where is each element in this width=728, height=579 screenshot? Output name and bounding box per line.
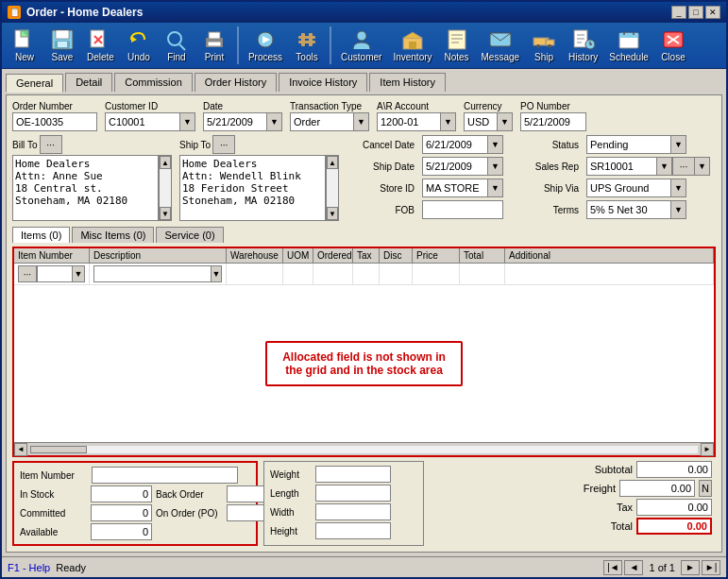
- width-input[interactable]: [315, 503, 391, 520]
- ship-to-scroll-up[interactable]: ▲: [327, 156, 338, 169]
- schedule-button[interactable]: Schedule: [605, 26, 652, 64]
- tab-invoice-history[interactable]: Invoice History: [279, 73, 367, 92]
- bill-to-textarea[interactable]: Home Dealers Attn: Anne Sue 18 Central s…: [12, 155, 159, 221]
- ar-account-group: A\R Account ▼: [377, 101, 456, 131]
- total-input[interactable]: [636, 518, 712, 535]
- ship-date-arrow[interactable]: ▼: [488, 157, 503, 176]
- help-link[interactable]: F1 - Help: [8, 562, 50, 573]
- fob-input[interactable]: [422, 200, 503, 219]
- svg-point-33: [548, 44, 551, 48]
- close-button[interactable]: Close: [656, 26, 690, 64]
- process-label: Process: [248, 52, 282, 62]
- po-number-input[interactable]: [520, 112, 586, 131]
- sales-rep-arrow2[interactable]: ▼: [695, 157, 710, 176]
- ship-via-arrow[interactable]: ▼: [671, 179, 686, 197]
- scroll-h-track[interactable]: [29, 445, 699, 454]
- bill-to-label: Bill To: [12, 140, 38, 150]
- customer-id-input[interactable]: [105, 112, 180, 131]
- find-button[interactable]: Find: [160, 26, 194, 64]
- currency-arrow[interactable]: ▼: [498, 112, 513, 131]
- message-icon: [487, 28, 514, 51]
- alert-text: Allocated field is not shown inthe grid …: [282, 350, 446, 377]
- nav-next-button[interactable]: ►: [681, 560, 700, 575]
- scroll-left-button[interactable]: ◄: [14, 443, 27, 456]
- history-button[interactable]: History: [565, 26, 601, 64]
- nav-first-button[interactable]: |◄: [603, 560, 622, 575]
- bill-to-scroll-up[interactable]: ▲: [160, 156, 171, 169]
- sales-rep-input[interactable]: [586, 157, 657, 176]
- bill-to-dots-button[interactable]: ···: [40, 135, 62, 154]
- print-button[interactable]: Print: [197, 26, 231, 64]
- close-window-button[interactable]: ✕: [705, 6, 720, 19]
- item-number-cell: ··· ▼: [14, 264, 90, 284]
- terms-input[interactable]: [586, 200, 671, 219]
- ar-account-arrow[interactable]: ▼: [441, 112, 456, 131]
- tools-button[interactable]: Tools: [290, 26, 324, 64]
- date-input[interactable]: [203, 112, 267, 131]
- description-grid-input[interactable]: [93, 265, 212, 282]
- date-combo: ▼: [203, 112, 282, 131]
- terms-arrow[interactable]: ▼: [671, 200, 686, 219]
- committed-input[interactable]: [91, 504, 152, 521]
- sales-rep-arrow[interactable]: ▼: [657, 157, 672, 176]
- items-tab-misc[interactable]: Misc Items (0): [72, 227, 154, 243]
- delete-button[interactable]: Delete: [83, 26, 118, 64]
- status-input[interactable]: [586, 135, 671, 154]
- minimize-button[interactable]: _: [671, 6, 686, 19]
- transaction-type-input[interactable]: [290, 112, 354, 131]
- date-arrow[interactable]: ▼: [267, 112, 282, 131]
- tax-input[interactable]: [636, 499, 712, 516]
- new-button[interactable]: New: [8, 26, 42, 64]
- stock-item-number-input[interactable]: [92, 467, 238, 484]
- message-button[interactable]: Message: [478, 26, 524, 64]
- bill-to-scroll-down[interactable]: ▼: [160, 207, 171, 220]
- items-tab-items[interactable]: Items (0): [12, 227, 70, 243]
- tab-detail[interactable]: Detail: [65, 73, 112, 92]
- scroll-right-button[interactable]: ►: [701, 443, 714, 456]
- undo-button[interactable]: Undo: [122, 26, 156, 64]
- notes-button[interactable]: Notes: [440, 26, 474, 64]
- store-id-input[interactable]: [422, 179, 488, 197]
- nav-last-button[interactable]: ►|: [702, 560, 720, 575]
- maximize-button[interactable]: □: [688, 6, 703, 19]
- customer-button[interactable]: Customer: [337, 26, 385, 64]
- ship-to-textarea[interactable]: Home Dealers Attn: Wendell Blink 18 Feri…: [179, 155, 326, 221]
- status-arrow[interactable]: ▼: [671, 135, 686, 154]
- sales-rep-dots-button[interactable]: ···: [672, 157, 695, 176]
- ship-date-input[interactable]: [422, 157, 488, 176]
- ship-via-input[interactable]: [586, 179, 671, 197]
- cancel-date-input[interactable]: [422, 135, 488, 154]
- store-id-arrow[interactable]: ▼: [488, 179, 503, 197]
- save-button[interactable]: Save: [45, 26, 79, 64]
- available-input[interactable]: [91, 523, 152, 540]
- bill-to-scroll: Home Dealers Attn: Anne Sue 18 Central s…: [12, 155, 172, 221]
- height-input[interactable]: [315, 522, 391, 539]
- item-number-grid-arrow[interactable]: ▼: [73, 265, 85, 282]
- length-input[interactable]: [315, 485, 391, 502]
- items-tab-service[interactable]: Service (0): [156, 227, 223, 243]
- order-number-input[interactable]: [12, 112, 97, 131]
- ship-to-dots-button[interactable]: ···: [212, 135, 235, 154]
- ship-to-scroll-down[interactable]: ▼: [327, 207, 338, 220]
- tab-item-history[interactable]: Item History: [369, 73, 446, 92]
- weight-input[interactable]: [315, 466, 391, 483]
- tab-general[interactable]: General: [6, 74, 63, 93]
- currency-input[interactable]: [464, 112, 498, 131]
- nav-prev-button[interactable]: ◄: [624, 560, 643, 575]
- cancel-date-arrow[interactable]: ▼: [488, 135, 503, 154]
- customer-id-arrow[interactable]: ▼: [180, 112, 195, 131]
- subtotal-input[interactable]: [636, 461, 712, 478]
- ship-button[interactable]: Ship: [527, 26, 561, 64]
- ar-account-input[interactable]: [377, 112, 441, 131]
- description-grid-arrow[interactable]: ▼: [212, 265, 222, 282]
- item-number-grid-input[interactable]: [37, 265, 73, 282]
- inventory-button[interactable]: Inventory: [389, 26, 435, 64]
- tab-order-history[interactable]: Order History: [195, 73, 277, 92]
- freight-input[interactable]: [619, 480, 695, 497]
- in-stock-input[interactable]: [91, 485, 152, 502]
- process-button[interactable]: Process: [245, 26, 286, 64]
- weight-label: Weight: [270, 469, 313, 480]
- tab-commission[interactable]: Commission: [114, 73, 193, 92]
- item-number-dots-button[interactable]: ···: [18, 265, 37, 282]
- transaction-type-arrow[interactable]: ▼: [354, 112, 369, 131]
